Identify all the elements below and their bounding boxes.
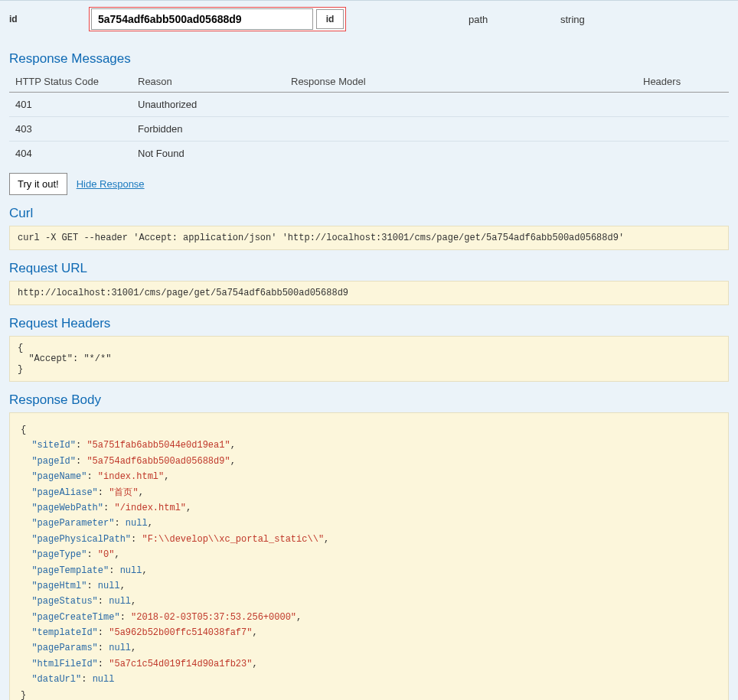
request-url-block[interactable]: http://localhost:31001/cms/page/get/5a75… <box>9 281 729 305</box>
param-type-label: path <box>469 14 545 25</box>
col-header-status: HTTP Status Code <box>9 71 132 93</box>
model-cell <box>285 117 637 142</box>
table-row: 403Forbidden <box>9 117 729 142</box>
param-datatype-label: string <box>560 14 585 25</box>
reason-cell: Forbidden <box>132 117 285 142</box>
hide-response-link[interactable]: Hide Response <box>77 178 145 190</box>
response-messages-heading: Response Messages <box>9 51 729 67</box>
swagger-operation-panel: id id path string Response Messages HTTP… <box>0 0 738 700</box>
col-header-reason: Reason <box>132 71 285 93</box>
table-row: 404Not Found <box>9 142 729 166</box>
param-desc-label: id <box>316 9 344 29</box>
status-code-cell: 404 <box>9 142 132 166</box>
response-body-block[interactable]: { "siteId": "5a751fab6abb5044e0d19ea1", … <box>9 412 729 700</box>
curl-block[interactable]: curl -X GET --header 'Accept: applicatio… <box>9 226 729 250</box>
status-code-cell: 401 <box>9 93 132 117</box>
table-row: 401Unauthorized <box>9 93 729 117</box>
request-headers-block[interactable]: { "Accept": "*/*" } <box>9 336 729 382</box>
try-it-out-button[interactable]: Try it out! <box>9 173 67 195</box>
request-url-heading: Request URL <box>9 261 729 276</box>
actions-row: Try it out! Hide Response <box>9 173 729 195</box>
response-messages-table: HTTP Status Code Reason Response Model H… <box>9 71 729 165</box>
curl-heading: Curl <box>9 206 729 221</box>
request-headers-heading: Request Headers <box>9 316 729 331</box>
headers-cell <box>637 142 729 166</box>
col-header-headers: Headers <box>637 71 729 93</box>
parameter-row: id id path string <box>0 0 738 41</box>
reason-cell: Not Found <box>132 142 285 166</box>
param-input-highlight: id <box>89 7 346 31</box>
response-body-heading: Response Body <box>9 392 729 408</box>
model-cell <box>285 142 637 166</box>
param-id-input[interactable] <box>91 8 313 30</box>
reason-cell: Unauthorized <box>132 93 285 117</box>
col-header-model: Response Model <box>285 71 637 93</box>
param-name-label: id <box>9 14 89 24</box>
status-code-cell: 403 <box>9 117 132 142</box>
headers-cell <box>637 93 729 117</box>
model-cell <box>285 93 637 117</box>
headers-cell <box>637 117 729 142</box>
